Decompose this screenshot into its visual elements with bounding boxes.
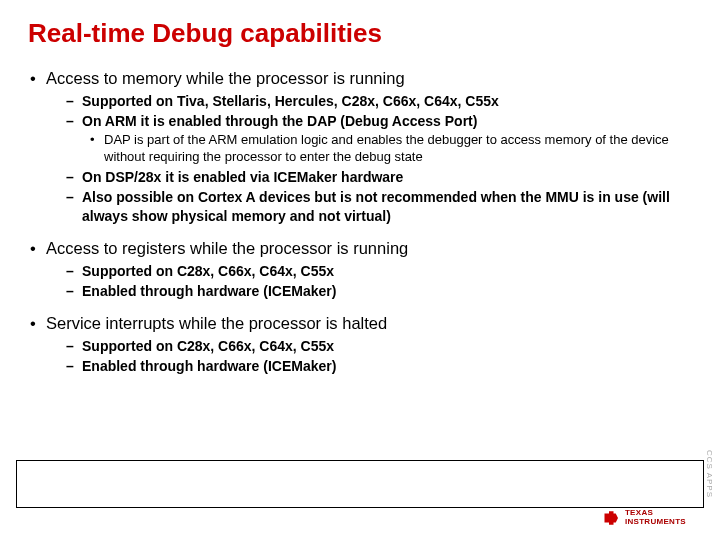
sublist: Supported on Tiva, Stellaris, Hercules, … — [28, 92, 692, 225]
list-item: Enabled through hardware (ICEMaker) — [28, 282, 692, 300]
bullet-level-1: Service interrupts while the processor i… — [28, 314, 692, 333]
slide-title: Real-time Debug capabilities — [28, 18, 692, 49]
bullet-level-2: Supported on Tiva, Stellaris, Hercules, … — [28, 92, 692, 110]
bullet-level-2: Supported on C28x, C66x, C64x, C55x — [28, 337, 692, 355]
list-item: Supported on Tiva, Stellaris, Hercules, … — [28, 92, 692, 110]
list-item: Supported on C28x, C66x, C64x, C55x — [28, 337, 692, 355]
slide: Real-time Debug capabilities Access to m… — [0, 0, 720, 540]
sublist: Supported on C28x, C66x, C64x, C55x Enab… — [28, 262, 692, 300]
ti-logo-text: TEXAS INSTRUMENTS — [625, 509, 686, 526]
list-item: Access to memory while the processor is … — [28, 69, 692, 225]
bullet-level-1: Access to registers while the processor … — [28, 239, 692, 258]
bullet-level-3: DAP is part of the ARM emulation logic a… — [28, 132, 692, 166]
subsublist: DAP is part of the ARM emulation logic a… — [28, 132, 692, 166]
list-item: Service interrupts while the processor i… — [28, 314, 692, 375]
list-item: On DSP/28x it is enabled via ICEMaker ha… — [28, 168, 692, 186]
bullet-level-2: Supported on C28x, C66x, C64x, C55x — [28, 262, 692, 280]
ti-logo-line2: INSTRUMENTS — [625, 518, 686, 526]
footer: TEXAS INSTRUMENTS — [0, 504, 720, 532]
list-item: Enabled through hardware (ICEMaker) — [28, 357, 692, 375]
bullet-level-2: On DSP/28x it is enabled via ICEMaker ha… — [28, 168, 692, 186]
bullet-level-1: Access to memory while the processor is … — [28, 69, 692, 88]
ti-logo: TEXAS INSTRUMENTS — [603, 509, 686, 526]
list-item: Access to registers while the processor … — [28, 239, 692, 300]
bullet-level-2: Enabled through hardware (ICEMaker) — [28, 282, 692, 300]
ti-chip-icon — [603, 510, 621, 526]
bullet-level-2: Also possible on Cortex A devices but is… — [28, 188, 692, 224]
bullet-level-2: On ARM it is enabled through the DAP (De… — [28, 112, 692, 130]
list-item: On ARM it is enabled through the DAP (De… — [28, 112, 692, 166]
sublist: Supported on C28x, C66x, C64x, C55x Enab… — [28, 337, 692, 375]
list-item: DAP is part of the ARM emulation logic a… — [28, 132, 692, 166]
side-label: CCS APPS — [705, 450, 714, 498]
list-item: Supported on C28x, C66x, C64x, C55x — [28, 262, 692, 280]
bullet-list: Access to memory while the processor is … — [28, 69, 692, 375]
highlight-frame — [16, 460, 704, 508]
bullet-level-2: Enabled through hardware (ICEMaker) — [28, 357, 692, 375]
list-item: Also possible on Cortex A devices but is… — [28, 188, 692, 224]
